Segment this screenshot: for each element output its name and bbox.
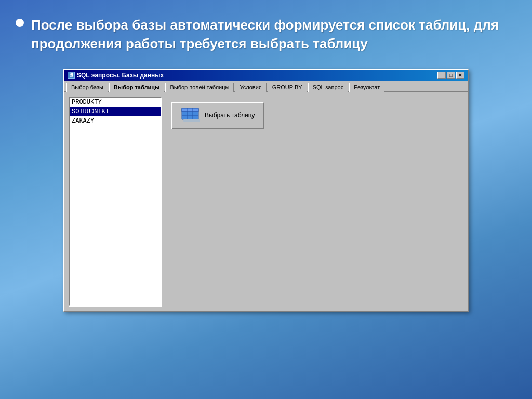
bullet-section: После выбора базы автоматически формируе…	[16, 10, 516, 54]
tab-group-by[interactable]: GROUP BY	[268, 83, 307, 92]
minimize-button[interactable]: _	[437, 72, 446, 79]
maximize-button[interactable]: □	[447, 72, 455, 79]
tab-bar: Выбор базы Выбор таблицы Выбор полей таб…	[64, 81, 468, 92]
tab-sql-zapros[interactable]: SQL запрос	[308, 83, 349, 92]
table-list: PRODUKTY SOTRUDNIKI ZAKAZY	[69, 97, 162, 307]
svg-rect-1	[182, 108, 198, 112]
tab-vybor-poley[interactable]: Выбор полей таблицы	[165, 83, 234, 92]
bullet-text: После выбора базы автоматически формируе…	[31, 16, 516, 54]
content-panel: Выбрать таблицу	[166, 97, 463, 307]
svg-rect-6	[183, 119, 200, 122]
title-bar: 🗄 SQL эапросы. Базы данных _ □ ✕	[64, 70, 468, 81]
sql-window: 🗄 SQL эапросы. Базы данных _ □ ✕ Выбор б…	[63, 69, 469, 312]
list-item-produkty[interactable]: PRODUKTY	[70, 98, 161, 107]
title-bar-text: 🗄 SQL эапросы. Базы данных	[68, 72, 164, 79]
tab-vybor-tablitsy[interactable]: Выбор таблицы	[109, 83, 165, 92]
select-table-button[interactable]: Выбрать таблицу	[171, 102, 264, 129]
window-body: PRODUKTY SOTRUDNIKI ZAKAZY	[64, 92, 468, 311]
bullet-dot	[16, 19, 24, 27]
close-button[interactable]: ✕	[456, 72, 464, 79]
slide-content: После выбора базы автоматически формируе…	[16, 10, 516, 389]
table-icon	[181, 107, 200, 124]
select-table-label: Выбрать таблицу	[205, 112, 255, 119]
window-icon: 🗄	[68, 72, 75, 79]
list-item-zakazy[interactable]: ZAKAZY	[70, 116, 161, 126]
list-item-sotrudniki[interactable]: SOTRUDNIKI	[70, 107, 161, 116]
tab-rezultat[interactable]: Результат	[349, 83, 384, 92]
title-controls: _ □ ✕	[437, 72, 464, 79]
tab-vybor-bazy[interactable]: Выбор базы	[66, 83, 108, 92]
tab-usloviya[interactable]: Условия	[235, 83, 266, 92]
window-title: SQL эапросы. Базы данных	[77, 72, 164, 79]
